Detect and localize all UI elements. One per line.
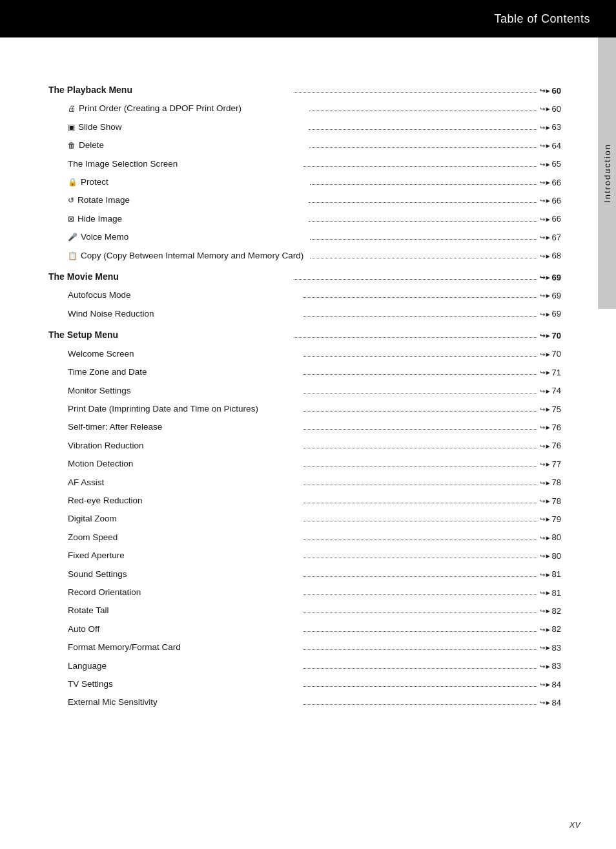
format-memory-label: Format Memory/Format Card [68, 640, 301, 655]
setup-menu-label: The Setup Menu [48, 328, 291, 342]
record-orientation-dots [303, 594, 537, 595]
sound-settings-page: ↪►81 [540, 568, 561, 582]
vibration-reduction-label: Vibration Reduction [68, 439, 301, 453]
auto-off-page: ↪►82 [540, 623, 561, 636]
toc-entry-welcome-screen: Welcome Screen ↪►70 [48, 347, 561, 361]
toc-entry-movie-menu: The Movie Menu ↪►69 [48, 269, 561, 284]
rotate-image-icon: ↺ [68, 194, 74, 207]
page-number: XV [570, 820, 580, 830]
time-zone-date-label: Time Zone and Date [68, 365, 301, 379]
language-label: Language [68, 659, 301, 673]
rotate-image-label: Rotate Image [77, 193, 306, 207]
image-selection-screen-label: The Image Selection Screen [68, 157, 301, 171]
digital-zoom-dots [303, 521, 537, 521]
red-eye-reduction-label: Red-eye Reduction [68, 494, 301, 508]
toc-entry-print-order: 🖨 Print Order (Creating a DPOF Print Ord… [48, 101, 561, 116]
tv-settings-dots [303, 686, 537, 687]
toc-entry-rotate-image: ↺ Rotate Image ↪►66 [48, 193, 561, 207]
side-tab-label: Introduction [602, 143, 612, 203]
toc-entry-voice-memo: 🎤 Voice Memo ↪►67 [48, 230, 561, 244]
af-assist-label: AF Assist [68, 476, 301, 490]
playback-menu-dots [294, 92, 537, 93]
zoom-speed-label: Zoom Speed [68, 530, 301, 545]
auto-off-dots [303, 631, 537, 632]
zoom-speed-page: ↪►80 [540, 531, 561, 545]
setup-menu-dots [294, 337, 537, 338]
toc-entry-af-assist: AF Assist ↪►78 [48, 476, 561, 490]
rotate-image-dots [309, 202, 537, 203]
monitor-settings-label: Monitor Settings [68, 384, 301, 398]
voice-memo-dots [310, 239, 537, 240]
self-timer-label: Self-timer: After Release [68, 420, 301, 434]
print-date-page: ↪►75 [540, 403, 561, 417]
tv-settings-page: ↪►84 [540, 678, 561, 692]
movie-menu-page: ↪►69 [540, 271, 561, 285]
time-zone-date-dots [303, 374, 537, 375]
hide-image-label: Hide Image [77, 212, 306, 226]
copy-icon: 📋 [68, 250, 77, 262]
sound-settings-label: Sound Settings [68, 567, 301, 582]
af-assist-dots [303, 485, 537, 485]
toc-entry-format-memory: Format Memory/Format Card ↪►83 [48, 640, 561, 655]
copy-dots [310, 258, 537, 258]
delete-label: Delete [79, 138, 307, 152]
motion-detection-dots [303, 466, 537, 466]
autofocus-mode-page: ↪►69 [540, 289, 561, 303]
slide-show-label: Slide Show [78, 120, 306, 134]
print-date-label: Print Date (Imprinting Date and Time on … [68, 402, 301, 416]
toc-entry-motion-detection: Motion Detection ↪►77 [48, 457, 561, 471]
toc-entry-protect: 🔒 Protect ↪►66 [48, 175, 561, 189]
self-timer-page: ↪►76 [540, 421, 561, 435]
delete-page: ↪►64 [540, 140, 561, 153]
copy-label: Copy (Copy Between Internal Memory and M… [81, 249, 307, 263]
digital-zoom-page: ↪►79 [540, 513, 561, 527]
slide-show-page: ↪►63 [540, 121, 561, 134]
fixed-aperture-page: ↪►80 [540, 550, 561, 563]
toc-entry-copy: 📋 Copy (Copy Between Internal Memory and… [48, 249, 561, 263]
protect-icon: 🔒 [68, 176, 77, 189]
monitor-settings-page: ↪►74 [540, 384, 561, 398]
vibration-reduction-page: ↪►76 [540, 439, 561, 453]
slide-show-dots [309, 129, 537, 130]
toc-entry-auto-off: Auto Off ↪►82 [48, 622, 561, 636]
toc-entry-tv-settings: TV Settings ↪►84 [48, 677, 561, 691]
toc-entry-fixed-aperture: Fixed Aperture ↪►80 [48, 549, 561, 563]
rotate-tall-page: ↪►82 [540, 605, 561, 618]
movie-menu-dots [294, 279, 537, 280]
language-page: ↪►83 [540, 660, 561, 673]
print-date-dots [303, 411, 537, 412]
red-eye-reduction-page: ↪►78 [540, 495, 561, 508]
copy-page: ↪►68 [540, 249, 561, 263]
wind-noise-reduction-page: ↪►69 [540, 308, 561, 321]
image-selection-screen-page: ↪►65 [540, 158, 561, 171]
toc-entry-self-timer: Self-timer: After Release ↪►76 [48, 420, 561, 434]
red-eye-reduction-dots [303, 503, 537, 503]
self-timer-dots [303, 429, 537, 430]
toc-entry-delete: 🗑 Delete ↪►64 [48, 138, 561, 152]
hide-image-page: ↪►66 [540, 213, 561, 226]
playback-menu-page: ↪►60 [540, 85, 561, 98]
print-order-dots [309, 110, 537, 111]
sound-settings-dots [303, 576, 537, 577]
print-order-page: ↪►60 [540, 103, 561, 116]
header-bar: Table of Contents [0, 0, 616, 37]
toc-entry-monitor-settings: Monitor Settings ↪►74 [48, 384, 561, 398]
format-memory-dots [303, 649, 537, 650]
print-order-icon: 🖨 [68, 103, 76, 115]
hide-image-dots [309, 221, 537, 222]
toc-entry-vibration-reduction: Vibration Reduction ↪►76 [48, 439, 561, 453]
voice-memo-icon: 🎤 [68, 231, 77, 244]
toc-entry-rotate-tall: Rotate Tall ↪►82 [48, 603, 561, 618]
side-tab: Introduction [598, 37, 616, 309]
toc-entry-hide-image: ⊠ Hide Image ↪►66 [48, 212, 561, 226]
toc-entry-external-mic: External Mic Sensitivity ↪►84 [48, 695, 561, 709]
zoom-speed-dots [303, 540, 537, 540]
protect-page: ↪►66 [540, 176, 561, 190]
time-zone-date-page: ↪►71 [540, 366, 561, 380]
toc-entry-language: Language ↪►83 [48, 659, 561, 673]
format-memory-page: ↪►83 [540, 642, 561, 655]
page-title: Table of Contents [494, 12, 590, 26]
playback-menu-label: The Playback Menu [48, 83, 291, 97]
monitor-settings-dots [303, 393, 537, 393]
print-order-label: Print Order (Creating a DPOF Print Order… [79, 101, 307, 116]
